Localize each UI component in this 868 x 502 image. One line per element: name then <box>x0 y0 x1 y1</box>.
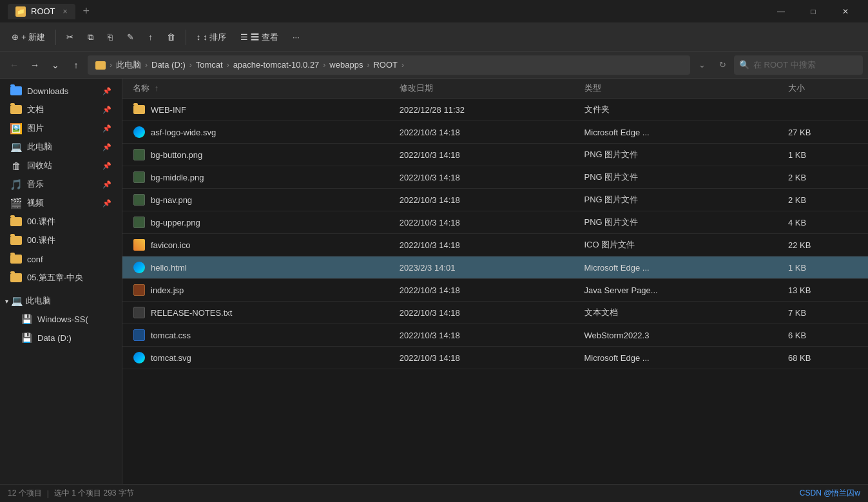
table-row[interactable]: tomcat.svg 2022/10/3 14:18 Microsoft Edg… <box>122 347 868 369</box>
maximize-button[interactable]: □ <box>798 1 828 22</box>
new-button[interactable]: ⊕ + 新建 <box>5 29 52 46</box>
breadcrumb-folder-icon[interactable] <box>93 59 108 71</box>
address-dropdown[interactable]: ⌄ <box>693 56 711 74</box>
up-button[interactable]: ↑ <box>67 56 85 74</box>
sidebar-item-music[interactable]: 🎵 音乐 📌 <box>3 175 119 193</box>
table-row[interactable]: bg-upper.png 2022/10/3 14:18 PNG 图片文件 4 … <box>122 211 868 234</box>
share-icon: ↑ <box>148 32 153 42</box>
file-name: WEB-INF <box>151 105 186 115</box>
delete-button[interactable]: 🗑 <box>160 30 182 44</box>
close-tab-button[interactable]: × <box>63 7 68 16</box>
table-row[interactable]: favicon.ico 2022/10/3 14:18 ICO 图片文件 22 … <box>122 234 868 256</box>
col-size[interactable]: 大小 <box>780 79 868 99</box>
rename-button[interactable]: ✎ <box>121 30 140 44</box>
addressbar: ← → ⌄ ↑ › 此电脑 › Data (D:) › Tomcat › apa… <box>0 52 868 79</box>
cut-button[interactable]: ✂ <box>60 30 80 44</box>
cut-icon: ✂ <box>66 32 73 42</box>
titlebar-tab[interactable]: 📁 ROOT × <box>8 4 75 19</box>
sidebar-label-chapter5: 05.第五章-中央 <box>27 272 83 284</box>
breadcrumb-apache[interactable]: apache-tomcat-10.0.27 <box>231 59 322 71</box>
computer-icon: 💻 <box>10 141 22 153</box>
selected-count: 选中 1 个项目 293 字节 <box>54 488 134 499</box>
view-button[interactable]: ☰ ☰ 查看 <box>234 29 285 46</box>
minimize-button[interactable]: — <box>766 1 796 22</box>
sidebar-item-video[interactable]: 🎬 视频 📌 <box>3 194 119 212</box>
file-modified: 2022/10/3 14:18 <box>392 211 577 234</box>
sidebar-item-downloads[interactable]: Downloads 📌 <box>3 82 119 100</box>
table-row[interactable]: RELEASE-NOTES.txt 2022/10/3 14:18 文本文档 7… <box>122 302 868 324</box>
sidebar-item-thispc[interactable]: 💻 此电脑 📌 <box>3 138 119 156</box>
add-tab-button[interactable]: + <box>83 5 90 18</box>
col-modified[interactable]: 修改日期 <box>392 79 577 99</box>
col-name[interactable]: 名称 ↑ <box>122 79 392 99</box>
forward-button[interactable]: → <box>26 56 44 74</box>
breadcrumb-tomcat[interactable]: Tomcat <box>193 59 226 71</box>
table-row[interactable]: tomcat.css 2022/10/3 14:18 WebStorm2022.… <box>122 324 868 347</box>
file-name-cell[interactable]: bg-button.png <box>122 144 392 166</box>
file-name-cell[interactable]: hello.html <box>122 256 392 279</box>
paste-icon: ⎗ <box>108 32 113 42</box>
table-row[interactable]: hello.html 2023/2/3 14:01 Microsoft Edge… <box>122 256 868 279</box>
table-row[interactable]: asf-logo-wide.svg 2022/10/3 14:18 Micros… <box>122 121 868 144</box>
sidebar-item-chapter5[interactable]: 05.第五章-中央 <box>3 269 119 287</box>
file-name-cell[interactable]: favicon.ico <box>122 234 392 256</box>
file-name-cell[interactable]: index.jsp <box>122 279 392 302</box>
close-window-button[interactable]: ✕ <box>831 1 860 22</box>
file-name-cell[interactable]: bg-middle.png <box>122 166 392 189</box>
sidebar-item-recycle[interactable]: 🗑 回收站 📌 <box>3 157 119 175</box>
file-name-cell[interactable]: bg-nav.png <box>122 189 392 211</box>
new-icon: ⊕ <box>12 32 19 42</box>
sort-button[interactable]: ↕ ↕ 排序 <box>190 29 233 46</box>
sidebar-label-downloads: Downloads <box>27 86 68 96</box>
file-name-cell[interactable]: bg-upper.png <box>122 211 392 234</box>
search-bar[interactable]: 🔍 在 ROOT 中搜索 <box>734 55 863 75</box>
copy-button[interactable]: ⧉ <box>81 30 100 45</box>
file-modified: 2022/12/28 11:32 <box>392 99 577 121</box>
file-name-cell[interactable]: tomcat.css <box>122 324 392 347</box>
refresh-button[interactable]: ↻ <box>713 56 731 74</box>
file-name-cell[interactable]: RELEASE-NOTES.txt <box>122 302 392 324</box>
recycle-icon: 🗑 <box>10 160 22 171</box>
breadcrumb-root[interactable]: ROOT <box>371 59 400 71</box>
table-row[interactable]: bg-button.png 2022/10/3 14:18 PNG 图片文件 1… <box>122 144 868 166</box>
pin-icon-recycle: 📌 <box>102 162 111 170</box>
sidebar-item-documents[interactable]: 文档 📌 <box>3 101 119 119</box>
file-name-cell[interactable]: WEB-INF <box>122 99 392 121</box>
file-type: Microsoft Edge ... <box>577 121 780 144</box>
sidebar-item-pictures[interactable]: 🖼️ 图片 📌 <box>3 119 119 137</box>
file-name-cell[interactable]: asf-logo-wide.svg <box>122 121 392 144</box>
sidebar-item-data-drive[interactable]: 💾 Data (D:) <box>3 329 119 347</box>
file-name: hello.html <box>151 263 187 273</box>
sidebar-item-conf[interactable]: conf <box>3 250 119 268</box>
file-size: 4 KB <box>780 211 868 234</box>
file-size: 22 KB <box>780 234 868 256</box>
view-label: ☰ 查看 <box>251 32 278 43</box>
statusbar: 12 个项目 | 选中 1 个项目 293 字节 CSDN @悟兰囚w <box>0 484 868 502</box>
table-row[interactable]: bg-middle.png 2022/10/3 14:18 PNG 图片文件 2… <box>122 166 868 189</box>
breadcrumb-sep-5: › <box>367 61 369 70</box>
folder-conf-icon <box>10 253 22 265</box>
sidebar-item-course1[interactable]: 00.课件 <box>3 213 119 231</box>
file-name-cell[interactable]: tomcat.svg <box>122 347 392 369</box>
more-button[interactable]: ··· <box>286 30 306 44</box>
share-button[interactable]: ↑ <box>142 30 159 44</box>
sidebar-item-windows-drive[interactable]: 💾 Windows-SS( <box>3 310 119 328</box>
col-type[interactable]: 类型 <box>577 79 780 99</box>
folder-video-icon: 🎬 <box>10 197 22 209</box>
sidebar-thispc-section[interactable]: ▾ 💻 此电脑 <box>0 293 122 309</box>
table-row[interactable]: bg-nav.png 2022/10/3 14:18 PNG 图片文件 2 KB <box>122 189 868 211</box>
breadcrumb-webapps[interactable]: webapps <box>327 59 365 71</box>
breadcrumb-thispc[interactable]: 此电脑 <box>113 58 144 72</box>
breadcrumb-sep-1: › <box>145 61 148 70</box>
sidebar: Downloads 📌 文档 📌 🖼️ 图片 📌 💻 此电脑 📌 <box>0 79 122 484</box>
sidebar-item-course2[interactable]: 00.课件 <box>3 231 119 249</box>
table-row[interactable]: WEB-INF 2022/12/28 11:32 文件夹 <box>122 99 868 121</box>
paste-button[interactable]: ⎗ <box>101 30 119 44</box>
file-type: PNG 图片文件 <box>577 189 780 211</box>
recent-button[interactable]: ⌄ <box>46 56 64 74</box>
drive-windows-icon: 💾 <box>21 313 32 325</box>
breadcrumb-datad[interactable]: Data (D:) <box>149 59 188 71</box>
toolbar: ⊕ + 新建 ✂ ⧉ ⎗ ✎ ↑ 🗑 ↕ ↕ 排序 ☰ ☰ 查看 ··· <box>0 23 868 52</box>
back-button[interactable]: ← <box>5 56 23 74</box>
table-row[interactable]: index.jsp 2022/10/3 14:18 Java Server Pa… <box>122 279 868 302</box>
